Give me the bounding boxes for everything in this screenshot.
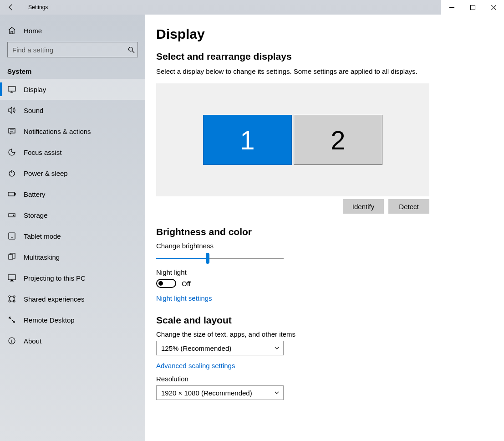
sidebar-item-label: Projecting to this PC — [24, 274, 86, 282]
section-title: System — [0, 62, 145, 79]
tablet-icon — [7, 231, 16, 241]
resolution-label: Resolution — [156, 375, 493, 383]
sidebar-item-label: Display — [24, 86, 46, 93]
sidebar-item-multitasking[interactable]: Multitasking — [0, 246, 145, 267]
home-nav[interactable]: Home — [0, 22, 145, 39]
display-1[interactable]: 1 — [203, 115, 292, 165]
sidebar-item-storage[interactable]: Storage — [0, 205, 145, 226]
night-light-toggle[interactable] — [156, 279, 176, 288]
svg-rect-5 — [8, 192, 15, 196]
sidebar-item-power[interactable]: Power & sleep — [0, 163, 145, 184]
minimize-button[interactable] — [441, 0, 462, 15]
projecting-icon — [7, 273, 16, 282]
sidebar-item-remote[interactable]: Remote Desktop — [0, 309, 145, 330]
night-light-settings-link[interactable]: Night light settings — [156, 294, 493, 302]
remote-icon — [7, 315, 16, 324]
svg-rect-10 — [9, 255, 13, 259]
back-button[interactable] — [0, 0, 22, 15]
night-light-label: Night light — [156, 268, 493, 276]
monitor-icon — [7, 85, 16, 94]
brightness-label: Change brightness — [156, 242, 493, 250]
search-icon — [125, 46, 137, 53]
display-2[interactable]: 2 — [294, 115, 382, 165]
power-icon — [7, 169, 16, 178]
sidebar-item-notifications[interactable]: Notifications & actions — [0, 121, 145, 142]
night-light-state: Off — [182, 280, 191, 287]
svg-rect-2 — [8, 87, 15, 91]
svg-rect-11 — [8, 275, 15, 280]
resolution-select[interactable]: 1920 × 1080 (Recommended) — [156, 385, 284, 400]
home-icon — [7, 26, 16, 35]
sidebar-item-sound[interactable]: Sound — [0, 100, 145, 121]
sidebar-item-label: Focus assist — [24, 149, 61, 156]
advanced-scaling-link[interactable]: Advanced scaling settings — [156, 362, 493, 369]
identify-button[interactable]: Identify — [343, 199, 384, 214]
sidebar-item-battery[interactable]: Battery — [0, 184, 145, 205]
brightness-slider[interactable] — [156, 258, 284, 259]
detect-button[interactable]: Detect — [388, 199, 429, 214]
sidebar-item-label: Tablet mode — [24, 232, 61, 240]
resolution-value: 1920 × 1080 (Recommended) — [161, 389, 252, 397]
page-title: Display — [156, 26, 493, 42]
svg-point-14 — [9, 300, 10, 302]
sidebar-item-label: About — [24, 337, 41, 345]
content: Display Select and rearrange displays Se… — [145, 15, 504, 441]
svg-rect-0 — [470, 5, 475, 10]
rearrange-heading: Select and rearrange displays — [156, 51, 493, 62]
svg-point-13 — [13, 296, 15, 297]
close-button[interactable] — [483, 0, 504, 15]
sidebar-item-label: Multitasking — [24, 253, 60, 261]
svg-point-15 — [13, 300, 15, 302]
sidebar-item-focus[interactable]: Focus assist — [0, 142, 145, 163]
notifications-icon — [7, 127, 16, 136]
sidebar-item-shared[interactable]: Shared experiences — [0, 288, 145, 309]
window-title: Settings — [22, 4, 441, 10]
svg-point-8 — [13, 215, 14, 216]
sidebar-item-label: Sound — [24, 107, 43, 114]
battery-icon — [7, 190, 16, 199]
brightness-heading: Brightness and color — [156, 226, 493, 237]
scale-select[interactable]: 125% (Recommended) — [156, 341, 284, 355]
storage-icon — [7, 210, 16, 220]
sidebar-item-label: Battery — [24, 190, 46, 198]
search-box[interactable] — [7, 42, 138, 57]
sidebar-item-display[interactable]: Display — [0, 79, 145, 100]
sidebar: Home System Display Sound Notifications … — [0, 15, 145, 441]
sound-icon — [7, 106, 16, 115]
sidebar-item-label: Storage — [24, 211, 48, 219]
svg-point-12 — [9, 296, 10, 297]
chevron-down-icon — [274, 345, 280, 351]
sidebar-item-projecting[interactable]: Projecting to this PC — [0, 267, 145, 288]
svg-point-1 — [128, 47, 132, 51]
sidebar-item-label: Notifications & actions — [24, 128, 91, 135]
titlebar: Settings — [0, 0, 504, 15]
scale-heading: Scale and layout — [156, 315, 493, 326]
chevron-down-icon — [274, 390, 280, 395]
shared-icon — [7, 294, 16, 303]
svg-rect-3 — [9, 128, 15, 133]
sidebar-item-label: Power & sleep — [24, 169, 68, 177]
about-icon — [7, 336, 16, 345]
home-label: Home — [24, 27, 42, 35]
svg-rect-9 — [9, 233, 15, 239]
focus-icon — [7, 148, 16, 157]
sidebar-item-about[interactable]: About — [0, 330, 145, 351]
rearrange-desc: Select a display below to change its set… — [156, 67, 493, 75]
svg-rect-6 — [15, 193, 15, 195]
scale-label: Change the size of text, apps, and other… — [156, 330, 493, 338]
multitask-icon — [7, 252, 16, 262]
sidebar-item-label: Shared experiences — [24, 295, 84, 303]
sidebar-item-tablet[interactable]: Tablet mode — [0, 226, 145, 246]
scale-value: 125% (Recommended) — [161, 344, 231, 352]
maximize-button[interactable] — [462, 0, 483, 15]
sidebar-item-label: Remote Desktop — [24, 316, 75, 324]
display-arrange-area[interactable]: 1 2 — [156, 83, 429, 196]
search-input[interactable] — [8, 46, 125, 54]
